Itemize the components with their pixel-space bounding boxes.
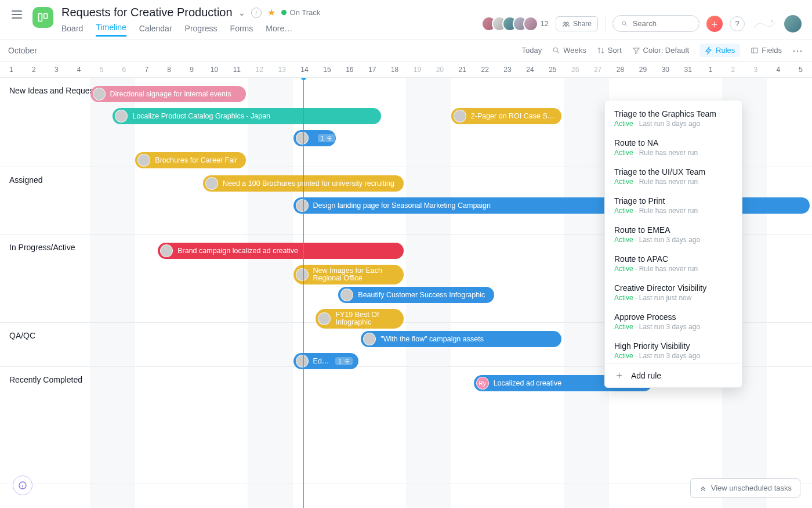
search-input[interactable] [633, 19, 691, 28]
task-bar[interactable]: Localize Product Catalog Graphics - Japa… [113, 108, 381, 124]
tab-calendar[interactable]: Calendar [139, 24, 172, 37]
project-menu-chevron[interactable]: ⌄ [238, 8, 245, 17]
project-title[interactable]: Requests for Creative Production [61, 6, 233, 19]
status-dot [281, 10, 287, 15]
rule-item[interactable]: Creative Director VisibilityActive · Las… [605, 278, 742, 307]
view-unscheduled-button[interactable]: View unscheduled tasks [690, 478, 800, 498]
plus-icon: ＋ [614, 370, 624, 380]
day-header: 19 [406, 62, 429, 77]
help-button[interactable]: ? [730, 16, 745, 31]
task-bar[interactable]: Brochures for Career Fair [135, 152, 245, 168]
divider [605, 16, 606, 32]
subtask-badge: 1 [335, 357, 353, 365]
today-marker [303, 78, 304, 508]
day-header: 26 [564, 62, 586, 77]
rules-button[interactable]: Rules [699, 44, 740, 57]
task-title: Localized ad creative [494, 379, 561, 387]
favorite-star-icon[interactable]: ★ [267, 7, 276, 18]
sort-button[interactable]: Sort [597, 46, 622, 55]
day-header: 5 [90, 62, 113, 77]
tab-forms[interactable]: Forms [230, 24, 253, 37]
project-members[interactable]: 12 [481, 16, 549, 31]
zoom-select[interactable]: Weeks [552, 46, 586, 55]
add-rule-button[interactable]: ＋ Add rule [605, 363, 742, 387]
project-icon[interactable] [32, 7, 53, 28]
svg-rect-0 [39, 13, 42, 21]
assignee-avatar [205, 177, 218, 190]
info-fab[interactable] [13, 475, 32, 495]
unscheduled-label: View unscheduled tasks [711, 484, 792, 492]
day-header: 21 [451, 62, 474, 77]
rule-item[interactable]: Route to EMEAActive · Last run 3 days ag… [605, 220, 742, 249]
day-header: 24 [519, 62, 541, 77]
add-rule-label: Add rule [631, 371, 661, 380]
task-bar[interactable]: FY19 Best Of Infographic [316, 309, 404, 329]
task-bar[interactable]: 2-Pager on ROI Case Study [451, 108, 561, 124]
add-button[interactable]: ＋ [706, 16, 723, 32]
day-header: 30 [654, 62, 677, 77]
today-button[interactable]: Today [522, 46, 542, 55]
rule-item[interactable]: Triage to the Graphics TeamActive · Last… [605, 104, 742, 133]
task-title: Beautify Customer Success Infographic [358, 291, 485, 299]
info-icon[interactable]: i [251, 8, 262, 18]
day-header: 20 [429, 62, 451, 77]
tab-progress[interactable]: Progress [185, 24, 217, 37]
assignee-avatar [115, 110, 128, 123]
status-text[interactable]: On Track [290, 8, 321, 17]
menu-toggle[interactable] [9, 6, 24, 23]
task-bar[interactable]: Directional signage for internal events [90, 86, 246, 102]
day-header: 1 [699, 62, 722, 77]
task-bar[interactable]: New Images for Each Regional Office [293, 265, 404, 284]
section-label[interactable]: QA/QC [9, 331, 35, 340]
tab-board[interactable]: Board [61, 24, 83, 37]
assignee-avatar: Ry [476, 377, 489, 390]
search-box[interactable] [612, 15, 699, 32]
trial-illustration [752, 16, 777, 32]
day-header: 13 [271, 62, 293, 77]
member-count: 12 [541, 19, 549, 28]
day-header: 5 [789, 62, 812, 77]
color-button[interactable]: Color: Default [632, 46, 689, 55]
share-button[interactable]: Share [556, 16, 598, 31]
task-title: "With the flow" campaign assets [380, 335, 484, 343]
fields-button[interactable]: Fields [751, 46, 782, 55]
tab-timeline[interactable]: Timeline [96, 23, 126, 37]
svg-point-3 [567, 22, 569, 24]
assignee-avatar [93, 88, 106, 100]
day-header: 4 [68, 62, 90, 77]
rule-item[interactable]: Triage to PrintActive · Rule has never r… [605, 191, 742, 220]
sort-icon [597, 46, 605, 55]
day-header: 17 [361, 62, 383, 77]
day-header: 2 [23, 62, 45, 77]
user-avatar[interactable] [784, 15, 802, 33]
task-bar[interactable]: Beautify Customer Success Infographic [338, 287, 494, 303]
subtask-badge: 1 [318, 134, 335, 142]
section-label[interactable]: Assigned [9, 175, 43, 185]
assignee-avatar [296, 355, 309, 368]
section-label[interactable]: New Ideas and Requests [9, 86, 100, 95]
assignee-avatar [318, 312, 331, 325]
section-label[interactable]: In Progress/Active [9, 243, 75, 252]
task-bar[interactable]: B f1 [293, 130, 336, 146]
rule-item[interactable]: Route to NAActive · Rule has never run [605, 133, 742, 162]
rule-item[interactable]: Approve ProcessActive · Last run 3 days … [605, 307, 742, 336]
rule-item[interactable]: High Priority VisibilityActive · Last ru… [605, 336, 742, 363]
day-header: 29 [632, 62, 654, 77]
task-title: FY19 Best Of Infographic [335, 311, 398, 326]
more-menu[interactable]: ⋯ [792, 44, 804, 57]
task-bar[interactable]: "With the flow" campaign assets [361, 331, 561, 347]
day-header: 25 [541, 62, 564, 77]
fields-icon [751, 46, 759, 55]
member-avatar[interactable] [523, 16, 538, 31]
svg-point-6 [554, 48, 558, 52]
day-header: 4 [767, 62, 789, 77]
day-header: 3 [744, 62, 767, 77]
tab-more[interactable]: More… [266, 24, 292, 37]
rule-item[interactable]: Route to APACActive · Rule has never run [605, 249, 742, 278]
share-label: Share [573, 20, 592, 28]
svg-rect-1 [44, 13, 48, 18]
rule-item[interactable]: Triage to the UI/UX TeamActive · Rule ha… [605, 162, 742, 191]
task-bar[interactable]: Brand campaign localized ad creative [158, 243, 404, 259]
section-label[interactable]: Recently Completed [9, 375, 82, 384]
task-title: Brochures for Career Fair [155, 156, 237, 164]
